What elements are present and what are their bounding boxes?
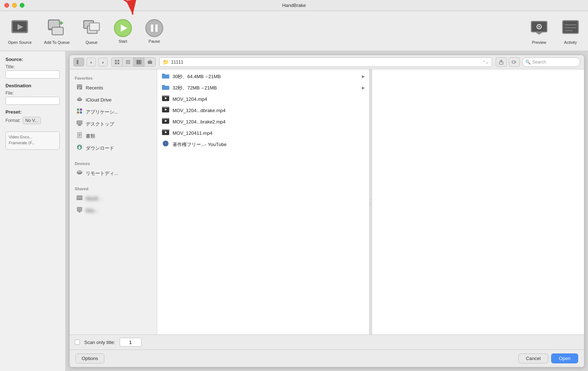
column-separator[interactable]: ⋮ — [369, 69, 372, 334]
file-row[interactable]: MOV_1204.mp4 — [157, 93, 369, 105]
file-input[interactable] — [5, 97, 60, 105]
svg-rect-36 — [115, 60, 117, 62]
sidebar-item-mac2[interactable]: Mac... — [71, 204, 155, 217]
column-view-button[interactable] — [134, 58, 144, 66]
svg-rect-83 — [76, 199, 83, 200]
svg-rect-6 — [53, 28, 63, 34]
minimize-button[interactable] — [12, 3, 17, 8]
svg-rect-109 — [164, 118, 165, 119]
queue-button[interactable]: Queue — [78, 15, 105, 47]
svg-rect-64 — [77, 111, 79, 114]
svg-point-80 — [80, 171, 81, 172]
sidebar-toggle-button[interactable] — [73, 58, 84, 66]
mac2-icon — [76, 206, 83, 215]
icloud-icon — [76, 96, 83, 104]
macbook1-label: MacB... — [86, 196, 102, 201]
share-button[interactable] — [496, 57, 507, 67]
window-controls[interactable] — [4, 3, 24, 8]
cancel-button[interactable]: Cancel — [518, 353, 548, 363]
svg-point-61 — [78, 97, 81, 100]
search-box[interactable]: 🔍 Search — [522, 57, 580, 67]
svg-rect-46 — [148, 61, 152, 64]
btn-group-right: Cancel Open — [518, 353, 578, 363]
sidebar-item-applications[interactable]: アプリケーシ... — [71, 106, 155, 118]
svg-rect-37 — [117, 60, 119, 62]
file-row[interactable]: 30秒、64.4MB→21MB ▶ — [157, 71, 369, 82]
sidebar-item-desktop[interactable]: デスクトップ — [71, 118, 155, 130]
svg-rect-51 — [512, 61, 515, 63]
svg-rect-38 — [115, 62, 117, 64]
maximize-button[interactable] — [20, 3, 24, 8]
gallery-view-button[interactable] — [144, 58, 155, 66]
sidebar-item-remote-disk[interactable]: リモートディ... — [71, 167, 155, 179]
open-button[interactable]: Open — [551, 353, 578, 363]
start-icon — [113, 19, 132, 39]
pause-button[interactable]: Pause — [140, 16, 168, 46]
open-source-icon — [10, 18, 29, 39]
open-source-label: Open Source — [8, 40, 32, 45]
svg-rect-65 — [80, 111, 82, 114]
dialog-buttons: Options Cancel Open — [70, 349, 584, 367]
svg-rect-118 — [166, 130, 166, 130]
sidebar-item-documents[interactable]: 書類 — [71, 130, 155, 142]
file-row[interactable]: 著作権フリー...- YouTube — [157, 139, 369, 150]
svg-rect-116 — [163, 130, 163, 130]
file-name: MOV_1204...brake2.mp4 — [173, 119, 365, 125]
title-label: Title: — [5, 64, 60, 69]
remote-disk-icon — [76, 169, 83, 177]
documents-label: 書類 — [86, 133, 95, 139]
file-row[interactable]: MOV_1204...brake2.mp4 — [157, 116, 369, 127]
options-button[interactable]: Options — [76, 353, 104, 363]
video-encode-label: Video Enco... — [9, 135, 57, 139]
close-button[interactable] — [4, 3, 9, 8]
scan-value-input[interactable] — [120, 338, 142, 347]
search-placeholder: Search — [532, 60, 546, 65]
file-name: 32秒、72MB→21MB — [173, 85, 359, 91]
add-to-queue-button[interactable]: Add To Queue — [40, 15, 74, 47]
svg-rect-22 — [155, 24, 158, 32]
view-group — [111, 57, 156, 67]
back-button[interactable]: ‹ — [86, 58, 96, 66]
svg-rect-87 — [79, 211, 80, 212]
svg-rect-47 — [149, 60, 150, 61]
file-row[interactable]: MOV_120411.mp4 — [157, 127, 369, 139]
sidebar-item-recents[interactable]: Recents — [71, 82, 155, 94]
svg-rect-48 — [150, 60, 151, 61]
svg-rect-44 — [139, 60, 140, 64]
start-button[interactable]: Start — [109, 16, 137, 46]
file-list: 30秒、64.4MB→21MB ▶ 32秒、72MB→21MB ▶ — [157, 69, 369, 334]
preview-button[interactable]: Preview — [525, 15, 553, 47]
file-row[interactable]: 32秒、72MB→21MB ▶ — [157, 82, 369, 93]
macbook-icon — [76, 194, 83, 203]
open-source-button[interactable]: Open Source — [4, 15, 36, 47]
svg-rect-63 — [80, 108, 82, 111]
file-browser-dialog: ‹ › — [69, 55, 584, 367]
documents-icon — [76, 132, 83, 140]
sidebar-item-macbook1[interactable]: MacB... — [71, 192, 155, 204]
activity-button[interactable]: Activity — [557, 15, 584, 47]
source-label: Source: — [5, 57, 60, 62]
forward-button[interactable]: › — [98, 58, 108, 66]
svg-rect-85 — [77, 207, 82, 211]
svg-rect-68 — [78, 125, 81, 125]
sidebar-item-icloud[interactable]: iCloud Drive — [71, 94, 155, 106]
title-input[interactable] — [5, 70, 60, 79]
tags-button[interactable] — [509, 57, 520, 67]
browser-sidebar: Favorites Recents — [70, 69, 157, 334]
path-selector[interactable]: 📁 11111 ⌃⌄ — [159, 57, 492, 67]
file-field: File: — [5, 91, 60, 105]
add-to-queue-icon — [47, 18, 66, 39]
svg-rect-101 — [164, 107, 165, 107]
scan-only-checkbox[interactable] — [75, 340, 80, 345]
svg-rect-95 — [167, 96, 168, 96]
video-icon — [162, 118, 170, 126]
sidebar-item-downloads[interactable]: ダウンロード — [71, 142, 155, 154]
browser-bottom: Scan only title: — [70, 334, 584, 349]
svg-rect-67 — [77, 121, 82, 124]
icon-view-button[interactable] — [112, 58, 123, 66]
list-view-button[interactable] — [123, 58, 134, 66]
file-row[interactable]: MOV_1204...dbrake.mp4 — [157, 105, 369, 116]
path-text: 11111 — [171, 60, 480, 65]
preset-section: Preset: Format: No V... — [5, 109, 60, 124]
svg-rect-102 — [166, 107, 166, 107]
